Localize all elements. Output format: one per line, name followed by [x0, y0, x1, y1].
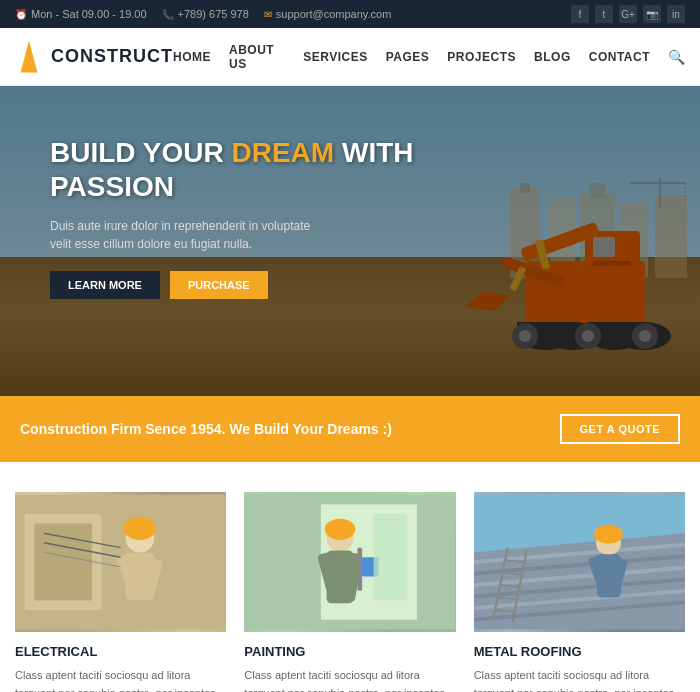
hero-section: BUILD YOUR DREAM WITH PASSION Duis aute … [0, 86, 700, 396]
services-section: ELECTRICAL Class aptent taciti sociosqu … [0, 462, 700, 692]
phone-item: 📞 +789) 675 978 [162, 8, 249, 20]
painting-title: PAINTING [244, 644, 455, 659]
nav-contact[interactable]: CONTACT [589, 50, 650, 64]
clock-icon: ⏰ [15, 9, 27, 20]
search-icon[interactable]: 🔍 [668, 49, 685, 65]
electrical-svg [15, 492, 226, 632]
service-card-roofing: METAL ROOFING Class aptent taciti socios… [474, 492, 685, 692]
service-card-electrical: ELECTRICAL Class aptent taciti sociosqu … [15, 492, 226, 692]
nav-links: HOME ABOUT US SERVICES PAGES PROJECTS BL… [173, 43, 685, 71]
social-links: f t G+ 📷 in [571, 5, 685, 23]
nav-services[interactable]: SERVICES [303, 50, 367, 64]
yellow-banner: Construction Firm Sence 1954. We Build Y… [0, 396, 700, 462]
email-icon: ✉ [264, 9, 272, 20]
nav-home[interactable]: HOME [173, 50, 211, 64]
purchase-button[interactable]: Purchase [170, 271, 268, 299]
service-card-painting: PAINTING Class aptent taciti sociosqu ad… [244, 492, 455, 692]
roofing-desc: Class aptent taciti sociosqu ad litora t… [474, 667, 685, 692]
hero-content: BUILD YOUR DREAM WITH PASSION Duis aute … [50, 136, 450, 299]
painting-svg [244, 492, 455, 632]
instagram-icon[interactable]: 📷 [643, 5, 661, 23]
electrical-desc: Class aptent taciti sociosqu ad litora t… [15, 667, 226, 692]
get-quote-button[interactable]: Get A Quote [560, 414, 680, 444]
hero-title: BUILD YOUR DREAM WITH PASSION [50, 136, 450, 203]
banner-text: Construction Firm Sence 1954. We Build Y… [20, 421, 392, 437]
logo-text: CONSTRUCT [51, 46, 173, 67]
twitter-icon[interactable]: t [595, 5, 613, 23]
googleplus-icon[interactable]: G+ [619, 5, 637, 23]
nav-projects[interactable]: PROJECTS [447, 50, 516, 64]
email-item: ✉ support@company.com [264, 8, 392, 20]
roofing-image [474, 492, 685, 632]
svg-rect-51 [374, 514, 408, 600]
hero-title-line1: BUILD YOUR [50, 137, 232, 168]
phone-text: +789) 675 978 [178, 8, 249, 20]
roofing-svg [474, 492, 685, 632]
hours-text: Mon - Sat 09.00 - 19.00 [31, 8, 147, 20]
hero-buttons: Learn More Purchase [50, 271, 450, 299]
svg-point-38 [124, 517, 157, 540]
nav-about[interactable]: ABOUT US [229, 43, 285, 71]
hours-item: ⏰ Mon - Sat 09.00 - 19.00 [15, 8, 147, 20]
painting-desc: Class aptent taciti sociosqu ad litora t… [244, 667, 455, 692]
learn-more-button[interactable]: Learn More [50, 271, 160, 299]
svg-point-48 [325, 519, 356, 540]
facebook-icon[interactable]: f [571, 5, 589, 23]
logo: CONSTRUCT [15, 41, 173, 73]
top-bar-left: ⏰ Mon - Sat 09.00 - 19.00 📞 +789) 675 97… [15, 8, 391, 20]
svg-point-65 [594, 525, 623, 544]
electrical-image [15, 492, 226, 632]
nav-pages[interactable]: PAGES [386, 50, 430, 64]
painting-image [244, 492, 455, 632]
hero-title-highlight: DREAM [232, 137, 335, 168]
hero-subtitle: Duis aute irure dolor in reprehenderit i… [50, 217, 330, 253]
roofing-title: METAL ROOFING [474, 644, 685, 659]
linkedin-icon[interactable]: in [667, 5, 685, 23]
logo-icon [15, 41, 43, 73]
svg-rect-33 [34, 524, 92, 601]
nav-blog[interactable]: BLOG [534, 50, 571, 64]
navbar: CONSTRUCT HOME ABOUT US SERVICES PAGES P… [0, 28, 700, 86]
top-bar: ⏰ Mon - Sat 09.00 - 19.00 📞 +789) 675 97… [0, 0, 700, 28]
services-grid: ELECTRICAL Class aptent taciti sociosqu … [15, 492, 685, 692]
phone-icon: 📞 [162, 9, 174, 20]
electrical-title: ELECTRICAL [15, 644, 226, 659]
email-text: support@company.com [276, 8, 392, 20]
